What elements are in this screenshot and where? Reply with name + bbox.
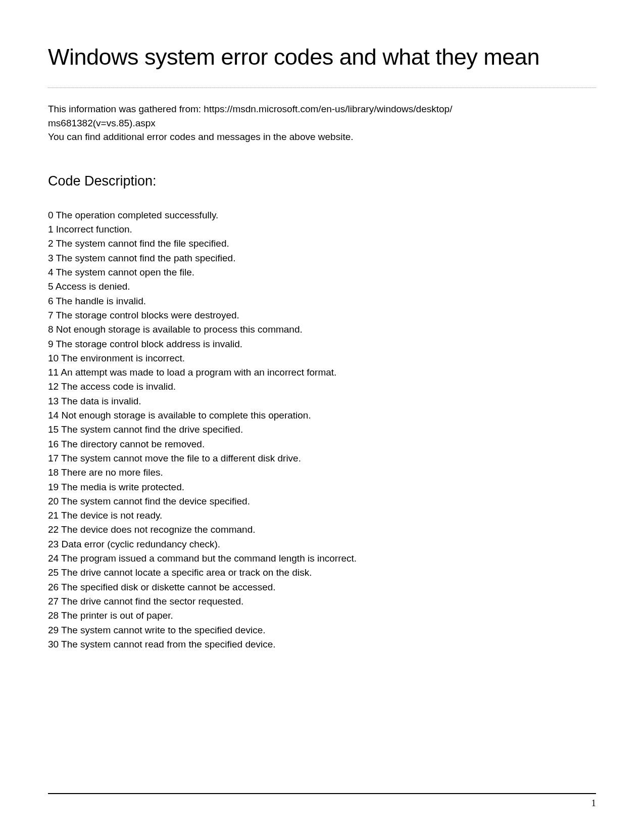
error-code-line: 9 The storage control block address is i… bbox=[48, 337, 596, 351]
error-code-line: 6 The handle is invalid. bbox=[48, 294, 596, 308]
error-code-line: 3 The system cannot find the path specif… bbox=[48, 251, 596, 265]
error-code-line: 24 The program issued a command but the … bbox=[48, 551, 596, 566]
error-code-line: 25 The drive cannot locate a specific ar… bbox=[48, 566, 596, 580]
error-code-line: 12 The access code is invalid. bbox=[48, 380, 596, 394]
error-code-line: 21 The device is not ready. bbox=[48, 508, 596, 523]
error-code-line: 19 The media is write protected. bbox=[48, 480, 596, 494]
document-title: Windows system error codes and what they… bbox=[48, 43, 596, 71]
error-code-line: 8 Not enough storage is available to pro… bbox=[48, 322, 596, 337]
error-code-line: 14 Not enough storage is available to co… bbox=[48, 408, 596, 423]
error-code-line: 5 Access is denied. bbox=[48, 280, 596, 294]
intro-text-line1: This information was gathered from: http… bbox=[48, 104, 452, 114]
intro-text-line3: You can find additional error codes and … bbox=[48, 131, 354, 142]
error-code-line: 4 The system cannot open the file. bbox=[48, 265, 596, 280]
error-code-line: 28 The printer is out of paper. bbox=[48, 609, 596, 623]
error-code-line: 15 The system cannot find the drive spec… bbox=[48, 423, 596, 437]
error-code-line: 11 An attempt was made to load a program… bbox=[48, 365, 596, 380]
error-code-line: 30 The system cannot read from the speci… bbox=[48, 637, 596, 652]
error-code-line: 29 The system cannot write to the specif… bbox=[48, 623, 596, 637]
error-code-line: 17 The system cannot move the file to a … bbox=[48, 451, 596, 466]
intro-paragraph: This information was gathered from: http… bbox=[48, 102, 596, 144]
error-code-line: 2 The system cannot find the file specif… bbox=[48, 237, 596, 251]
error-code-line: 10 The environment is incorrect. bbox=[48, 351, 596, 365]
section-heading: Code Description: bbox=[48, 173, 596, 189]
error-code-list: 0 The operation completed successfully.1… bbox=[48, 208, 596, 652]
footer-divider bbox=[48, 793, 596, 794]
error-code-line: 13 The data is invalid. bbox=[48, 394, 596, 408]
error-code-line: 22 The device does not recognize the com… bbox=[48, 523, 596, 537]
error-code-line: 26 The specified disk or diskette cannot… bbox=[48, 580, 596, 594]
title-divider bbox=[48, 87, 596, 88]
error-code-line: 16 The directory cannot be removed. bbox=[48, 437, 596, 451]
error-code-line: 18 There are no more files. bbox=[48, 466, 596, 480]
error-code-line: 20 The system cannot find the device spe… bbox=[48, 494, 596, 508]
error-code-line: 27 The drive cannot find the sector requ… bbox=[48, 594, 596, 609]
error-code-line: 23 Data error (cyclic redundancy check). bbox=[48, 537, 596, 551]
error-code-line: 0 The operation completed successfully. bbox=[48, 208, 596, 222]
error-code-line: 7 The storage control blocks were destro… bbox=[48, 308, 596, 322]
error-code-line: 1 Incorrect function. bbox=[48, 222, 596, 237]
intro-text-line2: ms681382(v=vs.85).aspx bbox=[48, 118, 156, 128]
page-number: 1 bbox=[591, 798, 597, 809]
